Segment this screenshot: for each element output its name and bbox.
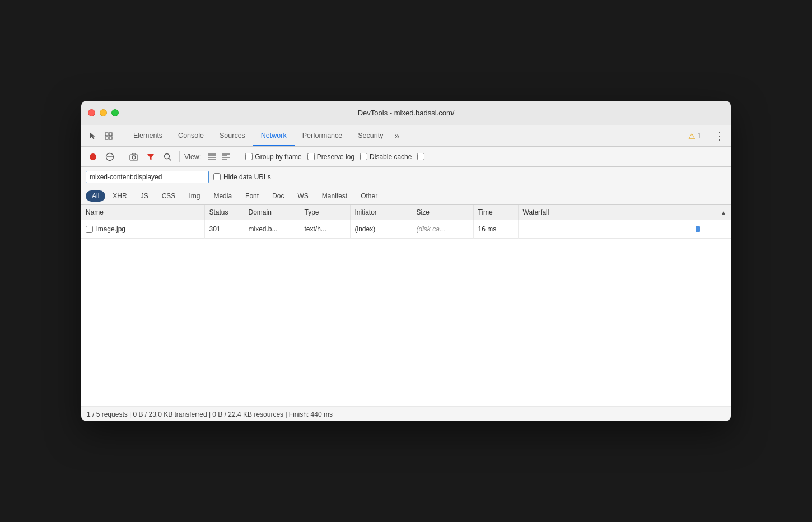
disable-cache-input[interactable] [360,153,367,160]
svg-rect-0 [105,133,108,136]
type-filter-ws[interactable]: WS [291,190,314,202]
col-header-initiator[interactable]: Initiator [350,205,412,220]
cell-initiator[interactable]: (index) [350,220,412,239]
record-button[interactable] [86,150,100,164]
maximize-button[interactable] [111,109,119,116]
view-label: View: [184,153,201,161]
col-header-time[interactable]: Time [473,205,518,220]
clear-button[interactable] [102,150,117,164]
search-button[interactable] [160,150,175,164]
svg-line-12 [169,158,171,160]
type-filter-xhr[interactable]: XHR [106,190,133,202]
type-filter-css[interactable]: CSS [156,190,182,202]
hide-data-urls-checkbox[interactable] [213,173,221,180]
preserve-log-input[interactable] [307,153,315,160]
cell-domain: mixed.b... [244,220,300,239]
filter-input[interactable] [86,171,209,183]
cell-waterfall [518,220,731,239]
offline-input[interactable] [417,153,424,160]
type-filter-js[interactable]: JS [134,190,155,202]
hide-data-urls-label[interactable]: Hide data URLs [213,173,271,181]
tab-sources[interactable]: Sources [212,125,253,146]
type-filter-media[interactable]: Media [207,190,238,202]
type-filter-img[interactable]: Img [183,190,206,202]
table-header: Name Status Domain Type Initiator [81,205,731,220]
filter-input-wrapper [86,171,209,183]
warning-badge[interactable]: ⚠ 1 [688,132,701,141]
cell-name[interactable]: image.jpg [81,220,204,239]
list-view-button[interactable] [206,151,218,163]
divider [707,130,707,142]
col-header-waterfall[interactable]: Waterfall ▲ [518,205,731,220]
sort-arrow-icon: ▲ [721,209,726,216]
cell-size: (disk ca... [412,220,473,239]
svg-point-4 [90,153,96,160]
network-toolbar: View: Group by frame [81,147,731,167]
title-bar: DevTools - mixed.badssl.com/ [81,101,731,125]
status-bar: 1 / 5 requests | 0 B / 23.0 KB transferr… [81,407,731,421]
col-header-status[interactable]: Status [204,205,244,220]
col-header-type[interactable]: Type [300,205,350,220]
status-text: 1 / 5 requests | 0 B / 23.0 KB transferr… [87,411,333,418]
svg-rect-1 [109,133,112,136]
svg-point-8 [132,156,136,159]
group-by-frame-input[interactable] [245,153,253,160]
filter-bar: Hide data URLs [81,167,731,187]
offline-checkbox[interactable] [417,153,424,160]
type-filter-manifest[interactable]: Manifest [316,190,353,202]
tab-bar: Elements Console Sources Network Perform… [81,125,731,147]
network-table-wrapper: Name Status Domain Type Initiator [81,205,731,407]
type-filter-other[interactable]: Other [354,190,384,202]
window-title: DevTools - mixed.badssl.com/ [358,109,455,117]
screenshot-button[interactable] [127,150,141,164]
cursor-icon-button[interactable] [86,129,100,143]
kebab-menu-button[interactable]: ⋮ [713,129,726,143]
network-table: Name Status Domain Type Initiator [81,205,731,407]
toolbar-divider-1 [122,151,122,162]
toolbar-divider-2 [179,151,180,162]
group-by-frame-checkbox[interactable]: Group by frame [245,153,301,161]
svg-rect-2 [105,137,108,139]
tab-network[interactable]: Network [253,125,295,146]
row-checkbox[interactable] [86,226,93,233]
type-filter-doc[interactable]: Doc [266,190,290,202]
cell-type: text/h... [300,220,350,239]
disable-cache-checkbox[interactable]: Disable cache [360,153,412,161]
toolbar-divider-3 [237,151,237,162]
type-filter-font[interactable]: Font [239,190,265,202]
cell-time: 16 ms [473,220,518,239]
svg-rect-3 [109,137,112,139]
tab-security[interactable]: Security [350,125,391,146]
col-header-size[interactable]: Size [412,205,473,220]
col-header-name[interactable]: Name [81,205,204,220]
col-header-domain[interactable]: Domain [244,205,300,220]
devtools-icons [86,125,123,146]
type-filter-bar: All XHR JS CSS Img Media Font Doc WS Man… [81,187,731,205]
warning-icon: ⚠ [688,132,696,141]
devtools-window: DevTools - mixed.badssl.com/ Elements [81,101,731,421]
tab-elements[interactable]: Elements [125,125,170,146]
inspect-icon-button[interactable] [101,129,116,143]
table-row[interactable]: image.jpg 301 mixed.b... text/h... (inde… [81,220,731,239]
type-filter-all[interactable]: All [86,190,105,202]
empty-space [81,239,731,407]
cell-status: 301 [204,220,244,239]
preserve-log-checkbox[interactable]: Preserve log [307,153,354,161]
more-tabs-button[interactable]: » [391,125,403,146]
tab-performance[interactable]: Performance [295,125,351,146]
filter-button[interactable] [143,150,158,164]
minimize-button[interactable] [100,109,107,116]
tab-console[interactable]: Console [170,125,212,146]
traffic-lights [88,109,119,116]
svg-marker-10 [147,154,154,160]
waterfall-bar [696,226,700,232]
table-body: image.jpg 301 mixed.b... text/h... (inde… [81,220,731,407]
detail-view-button[interactable] [220,151,232,163]
tab-bar-right: ⚠ 1 ⋮ [688,125,726,146]
close-button[interactable] [88,109,95,116]
